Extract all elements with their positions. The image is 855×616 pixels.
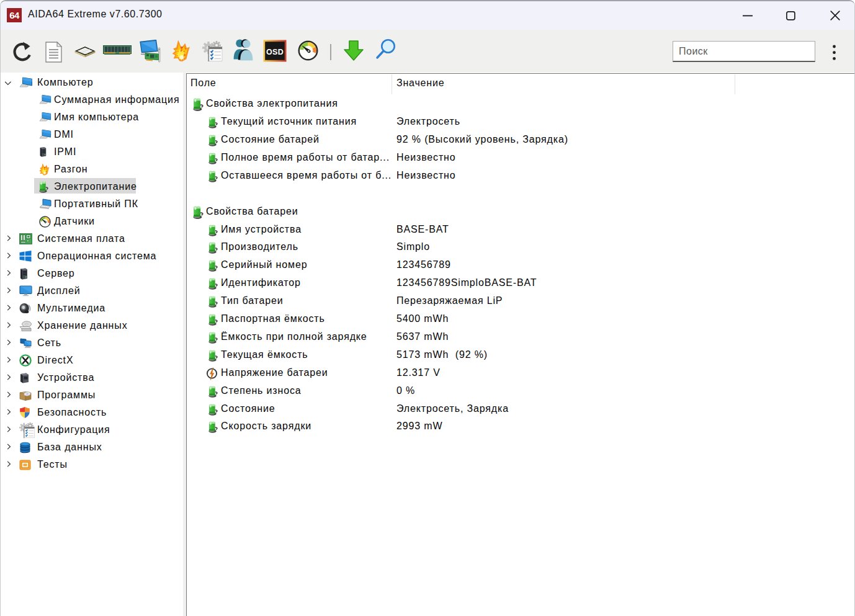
svg-text:OSD: OSD bbox=[266, 48, 284, 56]
